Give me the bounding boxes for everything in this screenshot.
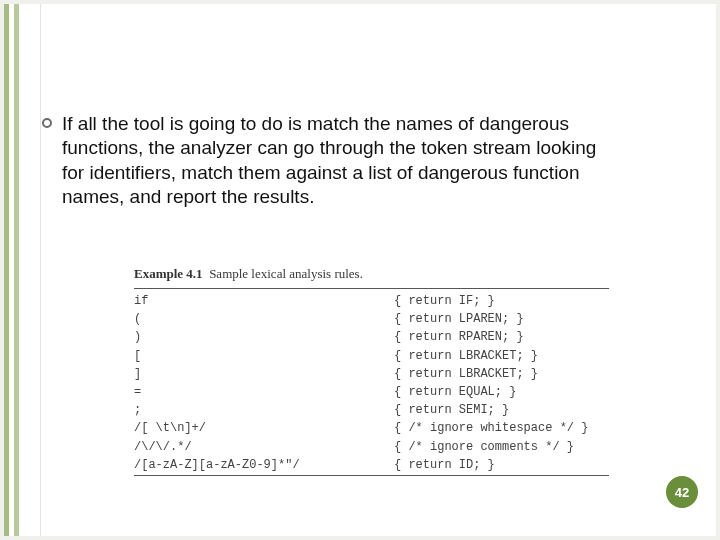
bullet-text: If all the tool is going to do is match … bbox=[62, 112, 622, 209]
example-caption: Sample lexical analysis rules. bbox=[209, 266, 363, 281]
example-block: Example 4.1 Sample lexical analysis rule… bbox=[134, 266, 609, 480]
lex-action: { return LBRACKET; } bbox=[394, 348, 609, 364]
lex-pattern: [ bbox=[134, 348, 394, 364]
content-area: If all the tool is going to do is match … bbox=[42, 112, 678, 209]
page-number-badge: 42 bbox=[666, 476, 698, 508]
lex-pattern: ) bbox=[134, 329, 394, 345]
divider bbox=[134, 288, 609, 289]
lex-action: { /* ignore whitespace */ } bbox=[394, 420, 609, 436]
lex-action: { return LPAREN; } bbox=[394, 311, 609, 327]
bullet-icon bbox=[42, 118, 52, 128]
page-number: 42 bbox=[675, 485, 689, 500]
lex-pattern: if bbox=[134, 293, 394, 309]
example-title: Example 4.1 Sample lexical analysis rule… bbox=[134, 266, 609, 282]
lex-action: { return LBRACKET; } bbox=[394, 366, 609, 382]
lex-pattern: ; bbox=[134, 402, 394, 418]
lex-pattern: /\/\/.*/ bbox=[134, 439, 394, 455]
lex-action: { /* ignore comments */ } bbox=[394, 439, 609, 455]
decor-vline bbox=[40, 4, 41, 536]
bullet-item: If all the tool is going to do is match … bbox=[42, 112, 678, 209]
slide: If all the tool is going to do is match … bbox=[4, 4, 716, 536]
lex-action: { return RPAREN; } bbox=[394, 329, 609, 345]
lex-pattern: = bbox=[134, 384, 394, 400]
lex-action: { return IF; } bbox=[394, 293, 609, 309]
lex-pattern: ] bbox=[134, 366, 394, 382]
lex-pattern: ( bbox=[134, 311, 394, 327]
lex-action: { return ID; } bbox=[394, 457, 609, 473]
lex-pattern: /[ \t\n]+/ bbox=[134, 420, 394, 436]
lex-action: { return SEMI; } bbox=[394, 402, 609, 418]
lex-pattern: /[a-zA-Z][a-zA-Z0-9]*"/ bbox=[134, 457, 394, 473]
divider bbox=[134, 475, 609, 476]
example-label: Example 4.1 bbox=[134, 266, 203, 281]
lex-rules-table: if { return IF; } ( { return LPAREN; } )… bbox=[134, 293, 609, 473]
lex-action: { return EQUAL; } bbox=[394, 384, 609, 400]
decor-stripe bbox=[19, 4, 24, 536]
